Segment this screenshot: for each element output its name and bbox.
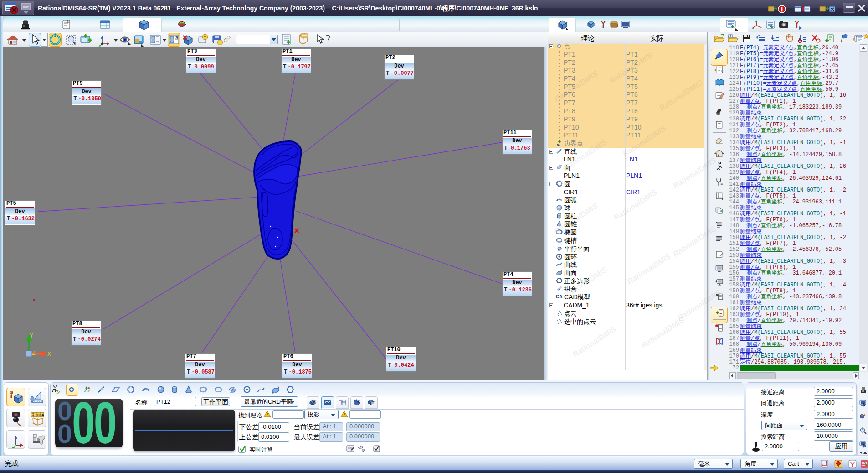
svg-text:A: A (175, 36, 179, 40)
svg-text:Z: Z (32, 350, 36, 357)
svg-text:08A: 08A (37, 413, 44, 417)
svg-text:CAD: CAD (556, 294, 563, 299)
svg-text:X: X (47, 351, 51, 358)
svg-text:Y: Y (30, 333, 33, 339)
